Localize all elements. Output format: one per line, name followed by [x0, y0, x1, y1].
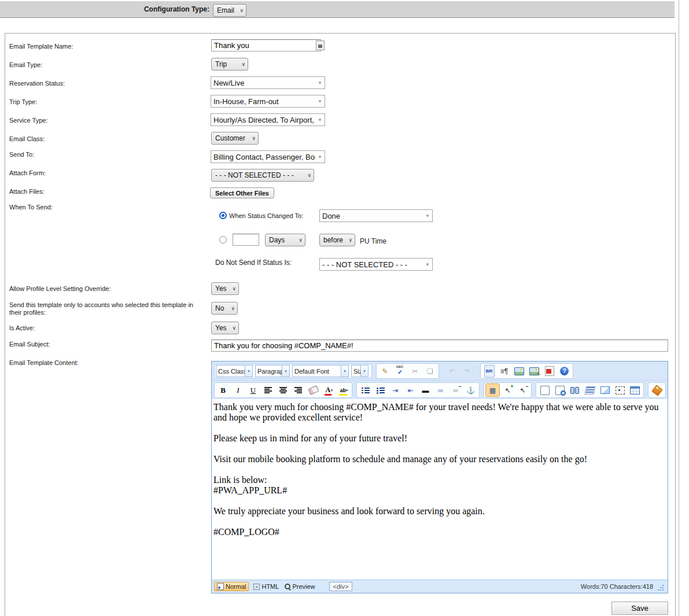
select-other-files-button[interactable]: Select Other Files	[210, 187, 274, 198]
service-type-combo[interactable]: Hourly/As Directed, To Airport, ▼	[211, 113, 325, 126]
configuration-type-select[interactable]: Email ∨	[213, 4, 246, 17]
unordered-list-icon[interactable]	[373, 383, 388, 397]
editor-toolbar-row2: BIUA▾ab▾⇥⇤▬∞∞⚓▦↖↖	[212, 380, 668, 399]
pu-time-label: PU Time	[360, 237, 386, 245]
font-color-icon[interactable]: A▾	[321, 383, 336, 397]
apply-template-icon[interactable]	[583, 383, 597, 397]
email-class-label: Email Class:	[9, 135, 45, 142]
outdent-icon[interactable]: ⇤	[403, 383, 418, 397]
show-gridlines-icon[interactable]: ▦	[485, 383, 500, 397]
preview-document-icon[interactable]	[552, 383, 567, 397]
accounts-only-select[interactable]: No ∨	[211, 302, 238, 315]
align-left-icon[interactable]	[261, 383, 275, 397]
mode-tab-preview[interactable]: Preview	[285, 583, 315, 590]
chevron-down-icon: ∨	[231, 305, 235, 311]
insert-br-icon[interactable]: BR	[482, 364, 496, 378]
font-name-select[interactable]: Default Font▼	[292, 365, 349, 377]
dropdown-arrow-icon: ▼	[425, 213, 430, 219]
configuration-type-label: Configuration Type:	[144, 5, 209, 13]
preview-mode-icon	[285, 584, 290, 589]
find-replace-icon[interactable]	[568, 383, 582, 397]
dropdown-arrow-icon: ▼	[245, 366, 252, 377]
email-subject-input[interactable]	[211, 340, 668, 352]
editor-statusbar: Normal HTML Preview <div> Words:70 Chara…	[212, 580, 668, 593]
email-class-select[interactable]: Customer ∨	[211, 132, 259, 145]
when-to-send-label: When To Send:	[9, 204, 53, 211]
page: Configuration Type: Email ∨ Email Templa…	[0, 0, 689, 616]
ordered-list-icon[interactable]	[358, 383, 373, 397]
insert-link-icon[interactable]: ∞	[433, 383, 448, 397]
do-not-send-status-combo[interactable]: - - - NOT SELECTED - - - ▼	[319, 258, 433, 271]
select-label: Default Font	[293, 368, 341, 375]
horizontal-rule-icon[interactable]: ▬	[418, 383, 433, 397]
resize-frame-icon[interactable]	[598, 383, 612, 397]
allow-override-select[interactable]: Yes ∨	[211, 282, 239, 295]
toolbar-group: Css Class▼Paragraph▼Default Font▼Size▼	[214, 364, 372, 378]
help-icon[interactable]: ?	[557, 364, 572, 378]
paragraph-style-select[interactable]: Paragraph▼	[255, 365, 290, 377]
timed-send-radio[interactable]	[219, 236, 227, 244]
highlight-color-icon[interactable]: ab▾	[336, 383, 351, 397]
html-mode-icon	[253, 584, 260, 590]
when-status-changed-label: When Status Changed To:	[229, 212, 303, 219]
select-label: Size	[352, 368, 360, 375]
toolbar-group: BIUA▾ab▾	[214, 382, 352, 398]
reservation-status-combo[interactable]: New/Live ▼	[211, 76, 325, 89]
send-to-combo[interactable]: Billing Contact, Passenger, Boc ▼	[211, 150, 325, 163]
service-type-label: Service Type:	[9, 117, 47, 124]
resize-grip-icon[interactable]	[658, 585, 664, 591]
select-remove-icon[interactable]: ↖	[515, 383, 530, 397]
normal-mode-icon	[217, 583, 224, 590]
attach-form-select[interactable]: - - - NOT SELECTED - - - ∨	[211, 169, 314, 182]
save-button[interactable]: Save	[611, 602, 668, 615]
spellcheck-icon[interactable]: ✓	[393, 364, 407, 378]
image-editor-icon[interactable]	[527, 364, 541, 378]
font-size-select[interactable]: Size▼	[351, 365, 369, 377]
editor-content-area[interactable]: Thank you very much for choosing #COMP_N…	[212, 399, 668, 580]
cell-selection-icon[interactable]	[613, 383, 627, 397]
email-subject-label: Email Subject:	[9, 341, 50, 348]
dropdown-arrow-icon: ▼	[425, 262, 430, 267]
paragraph-marks-icon[interactable]: ≡¶	[497, 364, 511, 378]
underline-icon[interactable]: U	[246, 383, 260, 397]
do-not-send-label: Do Not Send If Status Is:	[215, 259, 292, 267]
select-add-icon[interactable]: ↖	[500, 383, 515, 397]
reservation-status-label: Reservation Status:	[9, 80, 65, 87]
trip-type-label: Trip Type:	[9, 98, 37, 105]
align-center-icon[interactable]	[276, 383, 290, 397]
element-path-button[interactable]: <div>	[329, 582, 353, 591]
unlink-icon[interactable]: ∞	[448, 383, 463, 397]
timed-send-unit-select[interactable]: Days ∨	[265, 234, 305, 246]
indent-icon[interactable]: ⇥	[388, 383, 403, 397]
is-active-select[interactable]: Yes ∨	[211, 322, 239, 334]
when-status-changed-radio[interactable]	[219, 212, 227, 219]
toolbar-group: ↶↷	[443, 363, 476, 379]
word-count: Words:70 Characters:418	[581, 583, 653, 590]
new-document-icon[interactable]	[537, 383, 552, 397]
status-changed-to-combo[interactable]: Done ▼	[319, 209, 433, 222]
trip-type-combo[interactable]: In-House, Farm-out ▼	[211, 95, 325, 108]
align-right-icon[interactable]	[291, 383, 305, 397]
dropdown-arrow-icon: ▼	[341, 366, 348, 377]
timed-send-amount-input[interactable]	[233, 234, 259, 246]
chevron-down-icon: ∨	[241, 61, 245, 67]
css-class-select[interactable]: Css Class▼	[216, 365, 253, 377]
mode-tab-html[interactable]: HTML	[253, 583, 279, 590]
merge-tag-icon[interactable]	[650, 383, 664, 397]
timed-send-relation-select[interactable]: before ∨	[319, 234, 355, 246]
mode-tab-normal[interactable]: Normal	[214, 582, 249, 591]
export-pdf-icon[interactable]	[542, 364, 557, 378]
format-painter-icon[interactable]: ✎	[378, 364, 392, 378]
chevron-down-icon: ∨	[299, 237, 303, 243]
dropdown-arrow-icon: ▼	[318, 99, 322, 104]
anchor-icon[interactable]: ⚓	[463, 383, 478, 397]
remove-format-icon[interactable]	[306, 383, 320, 397]
is-active-label: Is Active:	[9, 324, 35, 331]
insert-image-icon[interactable]	[512, 364, 526, 378]
bold-icon[interactable]: B	[216, 383, 230, 397]
italic-icon[interactable]: I	[231, 383, 245, 397]
insert-table-icon[interactable]	[628, 383, 642, 397]
email-template-name-input[interactable]	[211, 39, 321, 51]
editor-toolbar-row1: Css Class▼Paragraph▼Default Font▼Size▼✎✓…	[212, 362, 668, 380]
email-type-select[interactable]: Trip ∨	[211, 58, 248, 71]
